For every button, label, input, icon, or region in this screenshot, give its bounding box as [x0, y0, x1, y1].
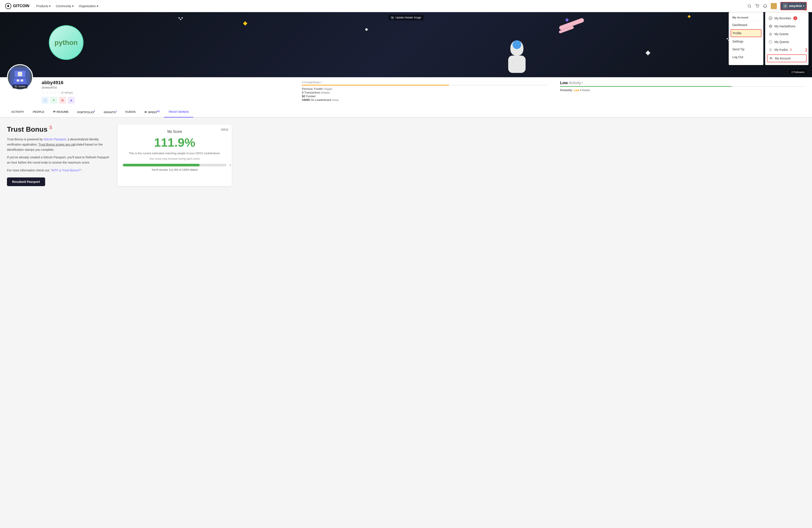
tab-people[interactable]: PEOPLE [28, 107, 48, 118]
my-grants-item[interactable]: My Grants [765, 30, 808, 38]
tab-activity[interactable]: ACTIVITY [7, 107, 28, 118]
nav-links: Products ▾ Community ▾ Organization ▾ [36, 4, 98, 8]
step-5-annotation: 5 [49, 124, 52, 130]
diamond-deco-1 [243, 21, 247, 26]
progress-info-icon[interactable]: ℹ [230, 164, 231, 166]
pixel-deco-1 [178, 17, 183, 20]
eth-badge[interactable]: ⬡ [42, 97, 48, 104]
camera-icon: 📷 [14, 85, 17, 88]
search-icon[interactable] [747, 4, 752, 8]
dropdown-overlay: My Account Dashboard Profile Settings Se… [729, 12, 809, 65]
nav-products[interactable]: Products ▾ [36, 4, 50, 8]
tab-spent[interactable]: 👁 SPENT$2 [140, 107, 164, 118]
bounties-badge: 1 [793, 16, 797, 20]
svg-point-7 [769, 25, 772, 28]
profile-section: 📷 Update abby4916 @abby4916 ☆ ☆ ☆ ☆ ☆ (0… [0, 77, 812, 198]
profile-badges: ⬡ ✦ ⊞ ◈ [42, 97, 293, 104]
trust-desc-1: Trust Bonus is powered by Gitcoin Passpo… [7, 137, 111, 152]
profile-item[interactable]: Profile [730, 29, 762, 37]
tab-resume[interactable]: 👁 RESUME [48, 107, 73, 118]
nav-dropdown-right: 1 My Bounties 1 My Hackathons My Grants [765, 12, 809, 65]
nav-community[interactable]: Community ▾ [56, 4, 74, 8]
quests-icon [769, 40, 772, 44]
hackathons-icon [769, 25, 772, 28]
python-planet: python [49, 25, 84, 60]
kudos-icon [769, 48, 772, 52]
avatar-update-button[interactable]: 📷 Update [13, 84, 28, 88]
wtf-trust-bonus-link[interactable]: WTF is Trust Bonus? [52, 168, 80, 172]
update-header-button[interactable]: 📷 Update Header Image [388, 15, 424, 20]
diamond-deco-5 [688, 15, 691, 18]
my-account-item[interactable]: My Account [767, 55, 807, 62]
ratings-count: (0 ratings) [61, 91, 73, 94]
logo-text: GITCOIN [13, 4, 29, 8]
profile-info: abby4916 @abby4916 ☆ ☆ ☆ ☆ ☆ (0 ratings)… [42, 77, 293, 104]
my-hackathons-item[interactable]: My Hackathons [765, 23, 808, 30]
info-icon[interactable]: ℹ [321, 81, 322, 84]
view-link[interactable]: (View) [332, 99, 338, 101]
account-dropdown: My Account Dashboard Profile Settings Se… [729, 12, 764, 65]
trust-bonus-section: Trust Bonus 5 Trust Bonus is powered by … [0, 118, 239, 193]
camera-icon: 📷 [391, 16, 394, 19]
activity-block: Low Activity ℹ Reliability: Low ℹ Detail… [560, 81, 805, 102]
profile-name: abby4916 [42, 80, 293, 86]
user-avatar-small: ▦ [783, 4, 788, 9]
svg-rect-14 [17, 79, 19, 82]
trust-desc-2: If you've already created a Gitcoin Pass… [7, 155, 111, 165]
trust-bonus-right: GR15 My Score 111.9% This is the current… [118, 124, 232, 186]
log-out-item[interactable]: Log Out [729, 53, 763, 61]
info-icon[interactable]: ℹ [580, 89, 581, 91]
keybase-badge[interactable]: ⊞ [59, 97, 66, 104]
user-menu-button[interactable]: ▦ abby4916 ▾ [780, 2, 807, 10]
extra-badge[interactable]: ◈ [68, 97, 75, 104]
navbar: GITCOIN Products ▾ Community ▾ Organizat… [0, 0, 812, 12]
leaderboard-detail: #4555 On Leaderboard (View) [302, 98, 547, 102]
trust-bonus-left: Trust Bonus 5 Trust Bonus is powered by … [7, 124, 111, 186]
profile-top: 📷 Update abby4916 @abby4916 ☆ ☆ ☆ ☆ ☆ (0… [0, 77, 812, 107]
account-icon [769, 57, 773, 60]
profile-handle: @abby4916 [42, 86, 293, 89]
logo[interactable]: GITCOIN [5, 3, 29, 9]
send-tip-item[interactable]: Send Tip [729, 45, 763, 53]
svg-point-4 [756, 7, 757, 8]
chevron-down-icon: ▾ [49, 4, 50, 8]
grants-icon [769, 32, 772, 36]
avatar-pixel-art [10, 68, 30, 87]
svg-point-1 [8, 5, 9, 7]
info-icon[interactable]: ℹ [582, 82, 583, 84]
tab-trust-bonus[interactable]: TRUST BONUS [164, 107, 193, 118]
trust-bonus-title: Trust Bonus 5 [7, 124, 111, 133]
tool-decoration [559, 22, 584, 35]
svg-rect-12 [18, 72, 22, 76]
my-quests-item[interactable]: My Quests [765, 38, 808, 46]
gitcoin-badge[interactable]: ✦ [50, 97, 57, 104]
my-bounties-item[interactable]: My Bounties 1 [765, 14, 808, 23]
navbar-right: ▦ abby4916 ▾ [747, 2, 807, 10]
nav-organization[interactable]: Organization ▾ [79, 4, 98, 8]
my-kudos-item[interactable]: My Kudos 2 [765, 46, 808, 54]
progress-bar-container: ℹ [123, 164, 227, 166]
resubmit-passport-button[interactable]: Resubmit Passport [7, 177, 45, 186]
score-number: 111.9% [123, 135, 227, 149]
transactions-detail: 2 Transactions (Details) [302, 91, 547, 94]
profile-stats: 0 FunderRank ℹ Persona: Funder (Toggle) … [302, 77, 805, 102]
progress-bar-fill [123, 164, 200, 166]
details-link[interactable]: (Details) [321, 91, 330, 94]
tab-kudos[interactable]: KUDOS [121, 107, 140, 118]
details-link[interactable]: Details [582, 89, 590, 92]
dashboard-item[interactable]: Dashboard [729, 21, 763, 29]
funded-detail: $2 Funded [302, 94, 547, 98]
settings-item[interactable]: Settings [729, 38, 763, 45]
tab-grants[interactable]: GRANTS2 [99, 107, 121, 118]
gitcoin-logo-icon [5, 3, 11, 9]
avatar-wrapper: 📷 Update [7, 64, 33, 90]
cart-icon[interactable] [755, 4, 759, 8]
username-label: abby4916 [789, 4, 802, 8]
activity-divider [560, 86, 805, 87]
tab-portfolio[interactable]: PORTFOLIO0 [73, 107, 99, 118]
nav-cat-icon[interactable] [771, 3, 777, 9]
notification-icon[interactable] [763, 4, 767, 8]
chevron-down-icon: ▾ [72, 4, 74, 8]
toggle-link[interactable]: (Toggle) [324, 88, 332, 90]
gitcoin-passport-link[interactable]: Gitcoin Passport [44, 137, 66, 141]
